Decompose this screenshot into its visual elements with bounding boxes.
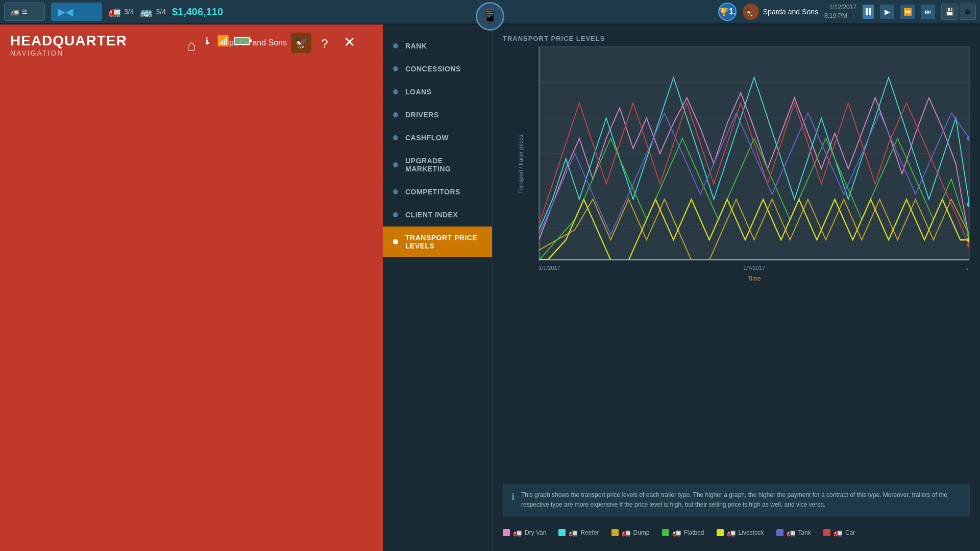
trailer-type-icon: 🚛 [787,529,795,537]
legend-color-swatch [776,529,783,536]
nav-dot-icon [393,89,398,94]
truck-icon: 🚛 [108,6,121,18]
legend-item-car: 🚛Car [823,529,855,537]
help-button[interactable]: ? [315,35,334,53]
status-icons: 🌡 📶 [203,35,250,47]
trailers-stat: 🚌 3/4 [140,6,165,18]
save-button[interactable]: 💾 [941,4,958,20]
sidebar: RANKCONCESSIONSLOANSDRIVERSCASHFLOWUPGRA… [383,24,493,551]
sidebar-item-drivers[interactable]: DRIVERS [383,104,492,127]
sidebar-item-transport-price-levels[interactable]: TRANSPORT PRICE LEVELS [383,227,492,258]
home-icon: ⌂ [187,37,196,54]
logo-icon: ▶◀ [58,6,73,18]
nav-item-label: DRIVERS [405,111,439,119]
trailer-type-icon: 🚛 [513,529,522,537]
trailer-type-icon: 🚛 [672,529,681,537]
panel-company-logo: 🦅 [291,33,311,53]
info-icon: ℹ [511,491,515,503]
info-text: This graph shows the transport price lev… [521,490,961,510]
trucks-value: 3/4 [124,8,134,16]
legend-item-dump: 🚛Dump [611,529,650,537]
trailer-icon: 🚌 [140,6,153,18]
nav-item-label: LOANS [405,88,432,96]
legend-item-dry-van: 🚛Dry Van [503,529,546,537]
legend-color-swatch [717,529,724,536]
svg-point-10 [967,202,969,207]
main-area: HEADQUARTER NAVIGATION ⌂ Sparda and Sons… [0,24,980,551]
legend-color-swatch [503,529,510,536]
legend-label: Dump [633,529,650,536]
extra-controls: 💾 ⚙ [941,4,976,20]
chart-svg [539,47,969,260]
chart-svg-area [538,46,970,261]
trailer-type-icon: 🚛 [569,529,577,537]
nav-item-label: CLIENT INDEX [405,211,458,219]
svg-point-14 [967,136,969,141]
x-axis-arrow: → [963,265,970,273]
wifi-icon: 📶 [217,35,230,47]
trailer-type-icon: 🚛 [727,529,736,537]
sidebar-item-concessions[interactable]: CONCESSIONS [383,58,492,81]
sidebar-item-cashflow[interactable]: CASHFLOW [383,127,492,149]
pause-control[interactable] [863,5,874,19]
fastest-button[interactable]: ⏭ [921,5,935,19]
nav-dot-icon [393,189,398,194]
nav-item-label: TRANSPORT PRICE LEVELS [405,234,482,250]
sidebar-item-rank[interactable]: RANK [383,35,492,58]
legend-item-tank: 🚛Tank [776,529,811,537]
datetime-display: 1/12/2017 8:19 PM 🌑 [824,3,856,20]
rank-value: 1. [729,7,736,16]
trailer-type-icon: 🚛 [834,529,842,537]
battery-icon [234,37,250,45]
legend-color-swatch [823,529,830,536]
nav-item-label: RANK [405,42,427,50]
info-box: ℹ This graph shows the transport price l… [503,484,970,516]
rank-badge: 🏆 1. [718,3,737,21]
legend-label: Livestock [739,529,764,536]
legend-label: Reefer [580,529,599,536]
trophy-icon: 🏆 [719,7,729,17]
chart-wrapper: Transport / trailer prices [503,46,970,282]
logo-button[interactable]: ▶◀ [51,3,102,21]
play-button[interactable]: ▶ [880,5,894,19]
chart-inner: 1/1/2017 1/7/2017 → Time [538,46,970,282]
nav-item-label: UPGRADE MARKETING [405,157,482,173]
topbar: 🚛 ≡ ▶◀ 🚛 3/4 🚌 3/4 $1,406,110 📱 🏆 1. 🦅 S… [0,0,980,24]
x-label: Time [538,275,970,282]
money-display: $1,406,110 [172,6,223,18]
menu-label: ≡ [22,7,28,17]
sidebar-item-client-index[interactable]: CLIENT INDEX [383,204,492,227]
legend-color-swatch [611,529,619,536]
svg-point-12 [967,232,969,237]
menu-button[interactable]: 🚛 ≡ [4,3,45,21]
sidebar-item-upgrade-marketing[interactable]: UPGRADE MARKETING [383,149,492,181]
company-name: Sparda and Sons [763,8,818,16]
date-value: 1/12/2017 [824,3,856,12]
avatar: 🦅 [743,4,759,20]
sidebar-item-loans[interactable]: LOANS [383,81,492,104]
legend-item-reefer: 🚛Reefer [558,529,599,537]
company-display: 🦅 Sparda and Sons [743,4,818,20]
nav-dot-icon [393,239,398,244]
chart-dates: 1/1/2017 1/7/2017 → [538,265,970,273]
trucks-stat: 🚛 3/4 [108,6,134,18]
legend-label: Dry Van [525,529,546,536]
trailers-value: 3/4 [156,8,165,16]
legend-label: Tank [798,529,811,536]
fast-forward-button[interactable]: ⏩ [900,5,915,19]
content-area: RANKCONCESSIONSLOANSDRIVERSCASHFLOWUPGRA… [383,24,980,551]
nav-dot-icon [393,162,398,167]
sidebar-item-competitors[interactable]: COMPETITORS [383,181,492,204]
y-label-text: Transport / trailer prices [518,135,524,194]
date-mid: 1/7/2017 [743,265,765,271]
nav-item-label: COMPETITORS [405,188,460,196]
trailer-type-icon: 🚛 [622,529,630,537]
y-axis-label: Transport / trailer prices [503,46,538,282]
settings-button[interactable]: ⚙ [960,4,976,20]
chart-title: TRANSPORT PRICE LEVELS [503,35,970,42]
phone-icon[interactable]: 📱 [476,2,504,31]
close-button[interactable]: ✕ [340,33,358,51]
legend-color-swatch [662,529,669,536]
nav-dot-icon [393,66,398,71]
time-value: 8:19 PM 🌑 [824,12,856,20]
